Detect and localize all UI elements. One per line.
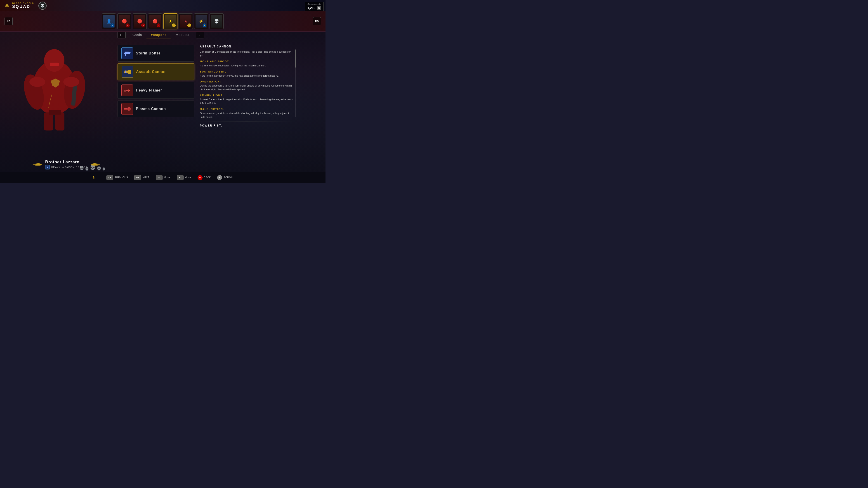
tab-rt-button[interactable]: RT [196,32,204,38]
desc-section-sustained-text: If the Terminator doesn't move, the next… [200,74,293,78]
description-panel: ASSAULT CANNON: Can shoot at Genestealer… [194,45,298,129]
svg-point-0 [6,4,8,5]
carousel-portrait: 🔴 ✕ [134,15,145,28]
char-title-text: HEAVY WEAPON BEARER [51,166,88,168]
bottom-bar: ⚜ LB PREVIOUS RB NEXT LT Move RT Move B … [0,172,326,183]
carousel-portrait: 🔴 ✕ [119,15,130,28]
bottom-action-scroll: R SCROLL [217,175,234,180]
svg-rect-13 [125,52,129,53]
desc-section-move-text: It's free to shoot once after moving wit… [200,64,293,68]
carousel-item[interactable]: ⚡ ⚡ [194,13,208,29]
weapon-icon-assault-cannon [122,66,133,78]
components-value: 1,210 ⚙ [307,6,321,10]
carousel-badge: ✕ [157,24,160,27]
rb-button[interactable]: RB [134,175,141,180]
r-button[interactable]: R [217,175,222,180]
weapons-list: Storm Bolter Assault Cannon [118,45,194,129]
weapon-name-plasma-cannon: Plasma Cannon [136,107,166,111]
lt-button[interactable]: LT [156,175,162,180]
eagle-icon [4,2,10,9]
scroll-label: SCROLL [223,176,234,179]
desc-section-overwatch-title: OVERWATCH: [200,80,293,83]
bottom-action-back: B BACK [197,175,211,180]
carousel-item-active[interactable]: ★ ✦ [163,13,178,29]
desc-power-fist-title: POWER FIST: [200,124,293,127]
char-name: Brother Lazzaro [45,160,88,164]
char-name-box: Brother Lazzaro ◆ HEAVY WEAPON BEARER [45,160,88,169]
carousel-item[interactable]: 🔴 ✕ [148,13,162,29]
scroll-indicator [295,50,296,117]
weapon-assault-cannon[interactable]: Assault Cannon [118,64,194,80]
scroll-thumb [295,50,296,68]
desc-section-move-title: MOVE AND SHOOT: [200,60,293,63]
tab-cards[interactable]: Cards [128,32,147,38]
desc-weapon-title: ASSAULT CANNON: [200,45,293,48]
tab-weapons[interactable]: Weapons [147,32,171,38]
carousel-bar: LB 👤 ▼ 🔴 ✕ 🔴 ✕ 🔴 ✕ [0,11,326,32]
carousel-portrait: 💀 [211,15,222,28]
weapon-heavy-flamer[interactable]: Heavy Flamer [118,82,194,99]
lt-move-label: Move [164,176,170,179]
desc-section-malfunction-text: Once reloaded, a triple on dice while sh… [200,111,293,119]
tab-lt-button[interactable]: LT [118,32,126,38]
char-title-row: ◆ HEAVY WEAPON BEARER [45,165,88,169]
tab-modules[interactable]: Modules [171,32,194,38]
lb-button[interactable]: LB [106,175,113,180]
svg-rect-17 [128,70,131,74]
carousel-left-button[interactable]: LB [4,17,13,25]
next-label: NEXT [143,176,149,179]
weapon-icon-storm-bolter [121,47,133,59]
squad-label: SQUAD [12,4,34,9]
carousel-item[interactable]: 👤 ▼ [102,13,116,29]
carousel-badge: ✕ [126,24,129,27]
svg-point-24 [128,108,130,109]
main-content: LT Cards Weapons Modules RT [113,32,326,172]
carousel-badge: ▼ [111,24,114,27]
rt-button[interactable]: RT [177,175,184,180]
character-info: Brother Lazzaro ◆ HEAVY WEAPON BEARER [32,160,101,169]
carousel-portrait: 👤 ▼ [103,15,115,28]
squad-logo: BLOOD ANGELS SQUAD 💀 [4,2,46,10]
bottom-action-next: RB NEXT [134,175,149,180]
svg-rect-25 [124,109,127,109]
carousel-item[interactable]: ★ ✦ [179,13,193,29]
char-wing-left-icon [32,161,43,168]
carousel-badge: ✦ [187,24,191,27]
back-label: BACK [204,176,211,179]
svg-rect-21 [124,90,126,92]
carousel-item[interactable]: 🔴 ✕ [117,13,131,29]
carousel-badge: ✕ [141,24,145,27]
desc-section-ammo-text: Assault Cannon has 2 magazines with 10 s… [200,98,293,105]
carousel-portrait: 🔴 ✕ [149,15,161,28]
carousel-right-button[interactable]: RB [313,17,321,25]
carousel-portrait: ⚡ ⚡ [195,15,207,28]
squad-info: BLOOD ANGELS SQUAD [12,2,34,9]
carousel-items: 👤 ▼ 🔴 ✕ 🔴 ✕ 🔴 ✕ [14,13,311,29]
carousel-item[interactable]: 🔴 ✕ [133,13,147,29]
carousel-portrait-active: ★ ✦ [165,15,176,28]
desc-section-sustained-title: SUSTAINED FIRE: [200,70,293,73]
weapon-name-heavy-flamer: Heavy Flamer [136,88,162,92]
previous-label: PREVIOUS [115,176,128,179]
weapon-plasma-cannon[interactable]: Plasma Cannon [118,101,194,117]
carousel-item[interactable]: 💀 [210,13,223,29]
weapon-icon-heavy-flamer [121,85,133,96]
bottom-logo-icon: ⚜ [92,175,96,180]
svg-rect-14 [129,52,130,53]
carousel-badge: ⚡ [203,24,206,27]
components-number: 1,210 [307,6,315,10]
desc-section-malfunction-title: MALFUNCTION: [200,108,293,110]
bottom-action-previous: LB PREVIOUS [106,175,128,180]
b-button[interactable]: B [197,175,203,180]
rt-move-label: Move [185,176,191,179]
desc-main-text: Can shoot at Genestealers in the line of… [200,50,293,57]
char-wing-right-icon [90,161,101,168]
carousel-portrait: ★ ✦ [180,15,191,28]
weapon-storm-bolter[interactable]: Storm Bolter [118,45,194,62]
tabs-row: LT Cards Weapons Modules RT [113,32,326,38]
components-box: Components 1,210 ⚙ [305,2,324,11]
svg-point-19 [125,72,126,73]
faction-name: BLOOD ANGELS [12,2,34,4]
bottom-action-lt-move: LT Move [156,175,170,180]
desc-section-overwatch-text: During the opponent's turn, the Terminat… [200,84,293,91]
